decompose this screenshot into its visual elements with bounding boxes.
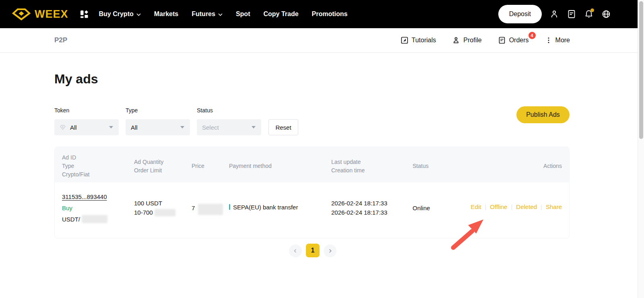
reset-button[interactable]: Reset: [268, 119, 298, 135]
redacted-limit: [155, 209, 175, 216]
share-action[interactable]: Share: [546, 203, 562, 210]
pagination: 1: [289, 244, 336, 257]
nav-promotions[interactable]: Promotions: [312, 10, 348, 18]
reset-group: Reset: [268, 119, 298, 135]
ad-id-link[interactable]: 311535...893440: [62, 192, 107, 201]
apps-grid-icon[interactable]: [80, 10, 89, 19]
col-header-status: Status: [413, 162, 429, 170]
ad-quantity: 100 USDT: [134, 199, 162, 207]
weex-logo[interactable]: WEEX: [12, 7, 68, 21]
prev-page-button[interactable]: [289, 244, 302, 257]
publish-ads-button[interactable]: Publish Ads: [516, 106, 570, 123]
weex-logo-icon: [12, 7, 31, 21]
col-header-quantity: Ad Quantity Order Limit: [134, 158, 163, 175]
chevron-left-icon: [293, 248, 298, 253]
edit-action[interactable]: Edit: [471, 203, 481, 210]
subnav-links: Tutorials Profile Orders 4: [400, 36, 570, 44]
deleted-action[interactable]: Deleted: [516, 203, 537, 210]
creation-time: 2026-02-24 18:17:33: [331, 208, 387, 217]
next-page-button[interactable]: [324, 244, 336, 257]
token-filter: Token All: [54, 107, 119, 135]
col-header-payment-method: Payment method: [229, 162, 272, 170]
type-filter: Type All: [126, 107, 190, 135]
orders-link[interactable]: Orders 4: [498, 36, 529, 44]
crypto-fiat-pair: USDT/: [62, 215, 107, 224]
type-dropdown-value: All: [131, 124, 138, 131]
type-dropdown[interactable]: All: [126, 119, 190, 135]
main-nav: Buy Crypto Markets Futures Spot Copy Tra…: [99, 10, 348, 18]
order-limit: 10-700: [134, 208, 175, 217]
orders-icon: [498, 36, 506, 44]
col-header-price: Price: [192, 162, 204, 170]
status-value: Online: [413, 204, 430, 212]
deposit-button[interactable]: Deposit: [498, 5, 542, 23]
profile-link[interactable]: Profile: [452, 36, 481, 44]
p2p-subnav: P2P Tutorials Profile: [0, 28, 638, 53]
orders-count-badge: 4: [528, 32, 536, 39]
chevron-down-icon: [218, 13, 223, 16]
type-filter-label: Type: [126, 107, 190, 114]
table-header: Ad ID Type Crypto/Fiat Ad Quantity Order…: [55, 147, 569, 182]
breadcrumb[interactable]: P2P: [54, 36, 67, 44]
more-link[interactable]: More: [545, 37, 570, 44]
my-ads-table: Ad ID Type Crypto/Fiat Ad Quantity Order…: [54, 147, 570, 238]
col-header-actions: Actions: [543, 162, 562, 170]
token-dropdown[interactable]: All: [54, 119, 119, 135]
caret-down-icon: [180, 126, 184, 128]
status-filter-label: Status: [197, 107, 261, 114]
kebab-icon: [545, 37, 552, 44]
bell-icon[interactable]: [584, 9, 594, 19]
offline-action[interactable]: Offline: [490, 203, 507, 210]
chevron-right-icon: [328, 248, 332, 253]
token-diamond-icon: [60, 124, 66, 130]
nav-copy-trade[interactable]: Copy Trade: [263, 10, 298, 18]
scrollbar[interactable]: [638, 0, 644, 298]
tutorials-link[interactable]: Tutorials: [400, 36, 436, 44]
top-navbar: WEEX Buy Crypto Markets Futures: [0, 0, 638, 28]
user-icon[interactable]: [549, 9, 559, 19]
globe-icon[interactable]: [601, 9, 611, 19]
page-title: My ads: [54, 72, 98, 87]
redacted-fiat: [82, 215, 107, 223]
document-icon[interactable]: [567, 9, 576, 19]
payment-method-color-bar: [229, 204, 230, 210]
status-dropdown[interactable]: Select: [197, 119, 261, 135]
nav-spot[interactable]: Spot: [236, 10, 250, 18]
payment-method: SEPA(EU) bank transfer: [229, 203, 298, 211]
nav-markets[interactable]: Markets: [154, 10, 178, 18]
current-page[interactable]: 1: [306, 244, 320, 257]
last-update-time: 2026-02-24 18:17:33: [331, 199, 387, 207]
caret-down-icon: [109, 126, 113, 128]
notification-dot: [590, 8, 594, 12]
chevron-down-icon: [136, 13, 141, 16]
status-filter: Status Select: [197, 107, 261, 135]
brand-name: WEEX: [35, 8, 68, 21]
scrollbar-thumb[interactable]: [639, 1, 643, 139]
col-header-ad-id: Ad ID Type Crypto/Fiat: [62, 153, 89, 179]
token-dropdown-value: All: [70, 124, 77, 131]
navbar-right: Deposit: [498, 5, 611, 23]
nav-buy-crypto[interactable]: Buy Crypto: [99, 10, 141, 18]
price-value: 7: [192, 204, 223, 215]
weex-p2p-my-ads-page: WEEX Buy Crypto Markets Futures: [0, 0, 644, 298]
token-filter-label: Token: [54, 107, 119, 114]
status-dropdown-placeholder: Select: [202, 124, 219, 131]
caret-down-icon: [252, 126, 256, 128]
table-row: 311535...893440 Buy USDT/ 100 USDT 10-70…: [55, 182, 569, 238]
ad-type-buy: Buy: [62, 204, 72, 212]
redacted-price: [198, 204, 223, 215]
tutorials-icon: [400, 36, 409, 44]
col-header-time: Last update Creation time: [331, 158, 365, 175]
profile-icon: [452, 36, 460, 44]
filters-bar: Token All Type All Status: [54, 107, 305, 135]
row-actions: Edit|Offline|Deleted|Share: [471, 203, 562, 210]
nav-futures[interactable]: Futures: [192, 10, 223, 18]
